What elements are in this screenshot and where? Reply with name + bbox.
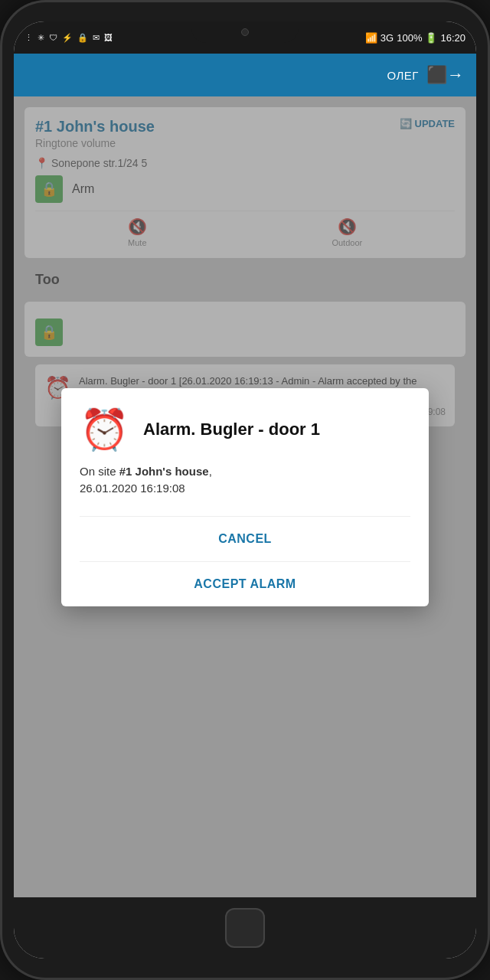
body-prefix: On site bbox=[80, 465, 119, 478]
accept-alarm-button[interactable]: ACCEPT ALARM bbox=[80, 562, 410, 606]
battery-label: 100% bbox=[397, 32, 422, 44]
shield-icon: 🛡 bbox=[49, 33, 57, 42]
status-icons: ⋮ ✳ 🛡 ⚡ 🔒 ✉ 🖼 bbox=[24, 33, 113, 43]
dialog-actions: CANCEL ACCEPT ALARM bbox=[80, 516, 410, 606]
mail-icon: ✉ bbox=[93, 33, 100, 43]
usb-icon: ⚡ bbox=[62, 33, 73, 43]
dialog-title-row: ⏰ Alarm. Bugler - door 1 bbox=[80, 410, 410, 449]
signal-label: 3G bbox=[381, 32, 394, 44]
more-icon: ⋮ bbox=[24, 33, 33, 43]
shield2-icon: 🔒 bbox=[77, 33, 88, 43]
dialog-title: Alarm. Bugler - door 1 bbox=[143, 419, 320, 440]
image-icon: 🖼 bbox=[104, 33, 113, 42]
home-button-area bbox=[14, 897, 476, 959]
home-button[interactable] bbox=[225, 908, 265, 948]
logout-icon[interactable]: ⬛→ bbox=[426, 65, 464, 85]
asterisk-icon: ✳ bbox=[38, 33, 44, 43]
dialog-backdrop: ⏰ Alarm. Bugler - door 1 On site #1 John… bbox=[14, 96, 476, 897]
body-site-name: #1 John's house bbox=[119, 465, 209, 478]
battery-icon: 🔋 bbox=[425, 32, 437, 44]
main-content: #1 John's house Ringtone volume 🔄 UPDATE… bbox=[14, 96, 476, 897]
cancel-button[interactable]: CANCEL bbox=[80, 517, 410, 562]
dialog-alarm-icon: ⏰ bbox=[80, 410, 129, 449]
notch bbox=[191, 21, 299, 43]
wifi-icon: 📶 bbox=[365, 32, 377, 44]
camera bbox=[241, 28, 249, 36]
time-label: 16:20 bbox=[440, 32, 466, 44]
app-header: ОЛЕГ ⬛→ bbox=[14, 54, 476, 96]
dialog-body: On site #1 John's house,26.01.2020 16:19… bbox=[80, 463, 410, 498]
phone-screen: ⋮ ✳ 🛡 ⚡ 🔒 ✉ 🖼 📶 3G 100% 🔋 16:20 ОЛЕГ ⬛→ bbox=[14, 21, 476, 959]
alarm-dialog: ⏰ Alarm. Bugler - door 1 On site #1 John… bbox=[61, 388, 429, 606]
username-label: ОЛЕГ bbox=[387, 69, 419, 82]
phone-frame: ⋮ ✳ 🛡 ⚡ 🔒 ✉ 🖼 📶 3G 100% 🔋 16:20 ОЛЕГ ⬛→ bbox=[0, 0, 490, 980]
status-right: 📶 3G 100% 🔋 16:20 bbox=[365, 32, 466, 44]
